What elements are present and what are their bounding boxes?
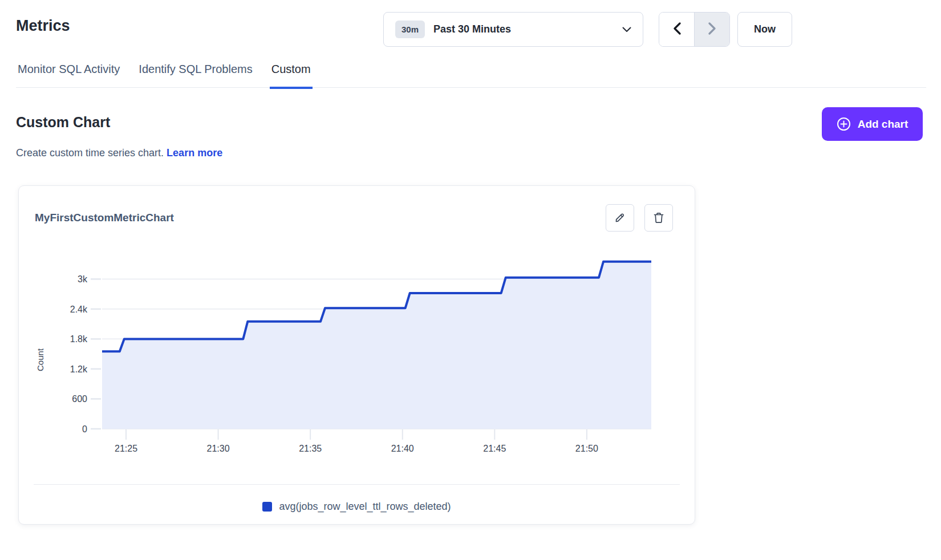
trash-icon [652,212,665,224]
pencil-icon [614,212,626,224]
custom-chart-plot: 06001.2k1.8k2.4k3k21:2521:3021:3521:4021… [23,243,665,460]
now-button[interactable]: Now [737,12,792,47]
svg-text:0: 0 [82,424,87,434]
svg-text:21:50: 21:50 [575,444,598,453]
svg-text:21:30: 21:30 [207,444,230,453]
svg-text:3k: 3k [78,274,88,284]
section-description: Create custom time series chart. Learn m… [16,147,222,159]
prev-time-button[interactable] [659,13,694,46]
learn-more-link[interactable]: Learn more [167,147,222,159]
section-title: Custom Chart [16,114,110,131]
time-range-label: Past 30 Minutes [433,23,511,35]
tab-identify-sql-problems[interactable]: Identify SQL Problems [137,62,254,89]
chevron-down-icon [622,27,631,33]
time-pager [659,12,730,47]
chart-title: MyFirstCustomMetricChart [35,212,174,224]
chart-card-header: MyFirstCustomMetricChart [35,204,673,232]
plus-circle-icon [837,117,851,131]
legend-swatch [262,502,272,512]
svg-text:21:40: 21:40 [391,444,414,453]
tab-custom[interactable]: Custom [270,62,313,89]
chevron-right-icon [708,22,716,36]
svg-text:600: 600 [72,394,87,404]
svg-text:21:25: 21:25 [115,444,137,453]
svg-text:21:35: 21:35 [299,444,322,453]
tabs-bar: Monitor SQL Activity Identify SQL Proble… [16,62,926,88]
next-time-button[interactable] [694,13,729,46]
svg-text:1.2k: 1.2k [70,364,88,374]
delete-chart-button[interactable] [644,204,673,232]
add-chart-button-label: Add chart [858,118,908,131]
time-range-select[interactable]: 30m Past 30 Minutes [383,12,643,47]
chart-legend: avg(jobs_row_level_ttl_rows_deleted) [19,501,695,513]
section-description-text: Create custom time series chart. [16,147,164,159]
legend-divider [34,484,680,485]
time-range-badge: 30m [395,21,425,38]
chevron-left-icon [673,22,681,36]
edit-chart-button[interactable] [606,204,634,232]
svg-text:Count: Count [35,348,45,371]
chart-card: MyFirstCustomMetricChart 06001.2k1.8k2.4… [18,185,695,525]
svg-text:1.8k: 1.8k [70,334,88,344]
add-chart-button[interactable]: Add chart [822,107,923,141]
svg-text:2.4k: 2.4k [70,305,88,314]
svg-text:21:45: 21:45 [483,444,506,453]
tab-monitor-sql-activity[interactable]: Monitor SQL Activity [16,62,121,89]
page-title: Metrics [16,17,70,35]
legend-label: avg(jobs_row_level_ttl_rows_deleted) [279,501,451,513]
